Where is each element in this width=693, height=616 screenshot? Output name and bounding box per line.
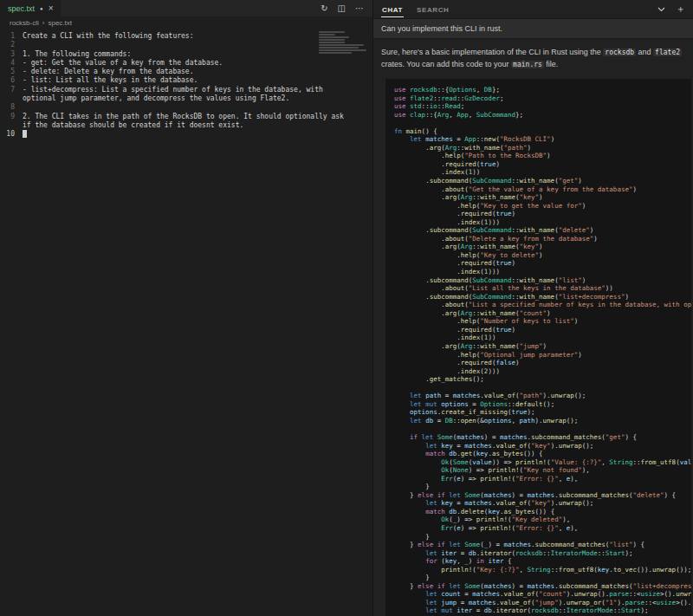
line-number: 3	[0, 50, 23, 59]
inline-code: rocksdb	[603, 49, 636, 56]
tab-spec-txt[interactable]: spec.txt ● ×	[0, 0, 61, 16]
minimap-line	[319, 49, 366, 51]
line-text	[23, 130, 27, 139]
minimap-line	[319, 31, 345, 33]
open-changes-icon[interactable]: ↻	[321, 4, 327, 13]
editor-line[interactable]: 6- list: List all the keys in the databa…	[0, 76, 372, 85]
line-number: 4	[0, 59, 23, 68]
line-number: 10	[0, 130, 23, 139]
editor-line[interactable]: 10	[0, 130, 372, 139]
editor-tab-bar: spec.txt ● × ↻ ◫ ⋯	[0, 0, 372, 16]
minimap[interactable]	[319, 31, 369, 55]
minimap-line	[319, 36, 349, 38]
line-text: if the database should be created if it …	[23, 121, 243, 130]
breadcrumb-folder[interactable]: rocksb-cli	[10, 19, 39, 27]
line-text: 1. The following commands:	[23, 50, 131, 59]
message-text: Sure, here's a basic implementation of t…	[381, 48, 603, 56]
editor-line[interactable]: 31. The following commands:	[0, 50, 372, 59]
editor-content[interactable]: 1Create a CLI with the following feature…	[0, 32, 372, 139]
line-text: - get: Get the value of a key from the d…	[23, 59, 223, 68]
editor-line[interactable]: 8	[0, 103, 372, 112]
editor-line[interactable]: 1Create a CLI with the following feature…	[0, 32, 372, 41]
vscode-window: spec.txt ● × ↻ ◫ ⋯ rocksb-cli › spec.txt…	[0, 0, 693, 616]
line-number: 6	[0, 76, 23, 85]
editor-line[interactable]: if the database should be created if it …	[0, 121, 372, 130]
editor-line[interactable]: 4- get: Get the value of a key from the …	[0, 59, 372, 68]
editor-pane: spec.txt ● × ↻ ◫ ⋯ rocksb-cli › spec.txt…	[0, 0, 372, 616]
message-text: file.	[544, 60, 559, 68]
line-text: - delete: Delete a key from the database…	[23, 68, 193, 76]
editor-line[interactable]: 7- list+decompress: List a specified num…	[0, 86, 372, 94]
tab-chat[interactable]: CHAT	[381, 2, 404, 17]
assistant-message: Sure, here's a basic implementation of t…	[373, 39, 693, 75]
inline-code: flate2	[653, 49, 682, 56]
minimap-line	[319, 52, 352, 54]
tab-label: spec.txt	[8, 4, 35, 13]
chevron-right-icon: ›	[42, 19, 45, 27]
split-editor-icon[interactable]: ◫	[338, 4, 346, 13]
line-number: 1	[0, 32, 23, 41]
chat-header: CHAT SEARCH ＋	[373, 0, 693, 18]
code-block[interactable]: use rocksdb::{Options, DB}; use flate2::…	[385, 79, 691, 616]
minimap-line	[319, 39, 345, 41]
text-cursor	[23, 130, 27, 138]
close-tab-icon[interactable]: ×	[49, 4, 54, 13]
editor-actions: ↻ ◫ ⋯	[321, 0, 372, 16]
chat-panel: CHAT SEARCH ＋ Can you implement this CLI…	[372, 0, 693, 616]
minimap-line	[319, 44, 364, 46]
line-text: 2. The CLI takes in the path of the Rock…	[23, 113, 344, 121]
line-text: Create a CLI with the following features…	[23, 32, 193, 41]
line-number	[0, 121, 23, 130]
line-text: - list: List all the keys in the databas…	[23, 76, 198, 85]
editor-line[interactable]: 92. The CLI takes in the path of the Roc…	[0, 113, 372, 121]
code-content: use rocksdb::{Options, DB}; use flate2::…	[394, 86, 691, 616]
new-chat-icon[interactable]: ＋	[676, 4, 685, 14]
line-text: - list+decompress: List a specified numb…	[23, 86, 323, 94]
minimap-line	[319, 34, 335, 36]
line-number: 2	[0, 41, 23, 49]
breadcrumb-file[interactable]: spec.txt	[48, 19, 72, 27]
chevron-down-icon[interactable]	[657, 7, 665, 12]
editor-body: 1Create a CLI with the following feature…	[0, 29, 372, 616]
line-number	[0, 94, 23, 103]
editor-line[interactable]: optional jump parameter, and decompress …	[0, 94, 372, 103]
line-number: 8	[0, 103, 23, 112]
inline-code: main.rs	[511, 61, 544, 68]
message-text: crates. You can add this code to your	[381, 60, 511, 68]
minimap-line	[319, 47, 359, 49]
line-number: 5	[0, 68, 23, 76]
line-number: 7	[0, 86, 23, 94]
more-actions-icon[interactable]: ⋯	[355, 4, 364, 13]
editor-line[interactable]: 2	[0, 41, 372, 49]
chat-actions: ＋	[657, 4, 685, 14]
user-message: Can you implement this CLI in rust.	[373, 18, 693, 39]
message-text: and	[636, 48, 653, 56]
editor-line[interactable]: 5- delete: Delete a key from the databas…	[0, 68, 372, 76]
line-text: optional jump parameter, and decompress …	[23, 94, 289, 103]
line-number: 9	[0, 113, 23, 121]
tab-search[interactable]: SEARCH	[416, 2, 450, 16]
breadcrumb[interactable]: rocksb-cli › spec.txt	[0, 16, 372, 29]
modified-dot-icon: ●	[40, 6, 43, 11]
minimap-line	[319, 42, 345, 43]
